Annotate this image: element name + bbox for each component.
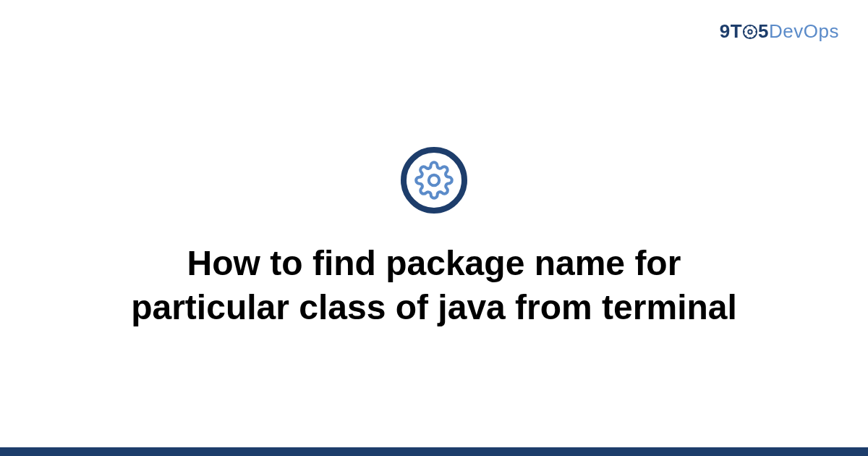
footer-bar	[0, 447, 868, 456]
svg-point-2	[429, 174, 439, 185]
main-content: How to find package name for particular …	[0, 0, 868, 447]
page-title: How to find package name for particular …	[109, 241, 760, 330]
gear-icon-large	[401, 147, 467, 214]
